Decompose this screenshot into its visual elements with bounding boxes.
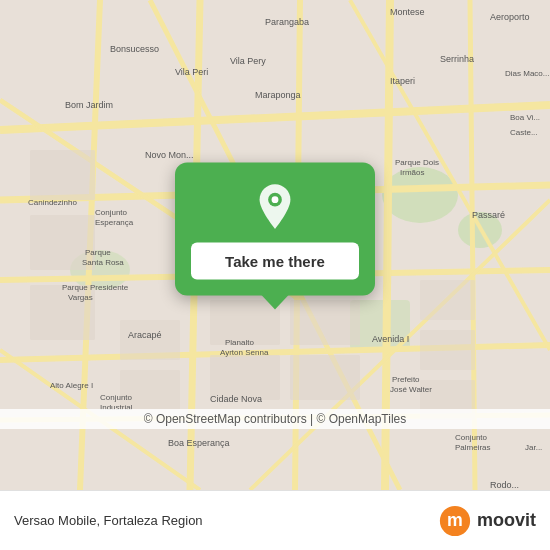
svg-text:Vargas: Vargas bbox=[68, 293, 93, 302]
svg-rect-27 bbox=[120, 320, 180, 360]
svg-text:Palmeiras: Palmeiras bbox=[455, 443, 491, 452]
svg-text:Ayrton Senna: Ayrton Senna bbox=[220, 348, 269, 357]
svg-rect-25 bbox=[290, 300, 360, 345]
svg-text:Parque Dois: Parque Dois bbox=[395, 158, 439, 167]
take-me-there-button[interactable]: Take me there bbox=[191, 243, 359, 280]
svg-text:Itaperi: Itaperi bbox=[390, 76, 415, 86]
attribution-text: © OpenStreetMap contributors | © OpenMap… bbox=[144, 412, 406, 426]
svg-rect-30 bbox=[420, 330, 475, 370]
svg-text:Rodo...: Rodo... bbox=[490, 480, 519, 490]
svg-text:Vila Peri: Vila Peri bbox=[175, 67, 208, 77]
svg-text:Cidade Nova: Cidade Nova bbox=[210, 394, 262, 404]
svg-point-73 bbox=[272, 196, 279, 203]
svg-text:Caste...: Caste... bbox=[510, 128, 538, 137]
svg-text:Planalto: Planalto bbox=[225, 338, 254, 347]
svg-text:Parangaba: Parangaba bbox=[265, 17, 309, 27]
svg-text:Alto Alegre I: Alto Alegre I bbox=[50, 381, 93, 390]
svg-rect-20 bbox=[30, 150, 95, 200]
svg-text:Conjunto: Conjunto bbox=[455, 433, 488, 442]
bottom-bar: Versao Mobile, Fortaleza Region m moovit bbox=[0, 490, 550, 550]
attribution-label: © OpenStreetMap contributors | © OpenMap… bbox=[0, 409, 550, 429]
moovit-logo: m moovit bbox=[439, 505, 536, 537]
svg-text:Bonsucesso: Bonsucesso bbox=[110, 44, 159, 54]
svg-text:Vila Pery: Vila Pery bbox=[230, 56, 266, 66]
svg-text:Dias Maco...: Dias Maco... bbox=[505, 69, 549, 78]
svg-rect-26 bbox=[290, 355, 360, 400]
svg-text:Boa Vi...: Boa Vi... bbox=[510, 113, 540, 122]
svg-text:Conjunto: Conjunto bbox=[100, 393, 133, 402]
map-container: Montese Aeroporto Parangaba Bonsucesso V… bbox=[0, 0, 550, 490]
location-pin-icon bbox=[251, 183, 299, 231]
svg-text:Novo Mon...: Novo Mon... bbox=[145, 150, 194, 160]
popup-card: Take me there bbox=[175, 163, 375, 296]
moovit-icon: m bbox=[439, 505, 471, 537]
svg-text:Irmãos: Irmãos bbox=[400, 168, 424, 177]
svg-text:Montese: Montese bbox=[390, 7, 425, 17]
svg-text:Prefeito: Prefeito bbox=[392, 375, 420, 384]
region-label: Versao Mobile, Fortaleza Region bbox=[14, 513, 203, 528]
svg-text:Aeroporto: Aeroporto bbox=[490, 12, 530, 22]
moovit-text: moovit bbox=[477, 510, 536, 531]
svg-text:Bom Jardim: Bom Jardim bbox=[65, 100, 113, 110]
svg-text:Parque Presidente: Parque Presidente bbox=[62, 283, 129, 292]
svg-text:Aracapé: Aracapé bbox=[128, 330, 162, 340]
svg-text:Avenida I: Avenida I bbox=[372, 334, 409, 344]
svg-text:Esperança: Esperança bbox=[95, 218, 134, 227]
svg-rect-29 bbox=[420, 280, 475, 320]
svg-text:Parque: Parque bbox=[85, 248, 111, 257]
svg-text:Santa Rosa: Santa Rosa bbox=[82, 258, 124, 267]
svg-text:Passaré: Passaré bbox=[472, 210, 505, 220]
svg-text:Serrinha: Serrinha bbox=[440, 54, 474, 64]
svg-text:Jar...: Jar... bbox=[525, 443, 542, 452]
svg-text:Maraponga: Maraponga bbox=[255, 90, 301, 100]
svg-text:Conjunto: Conjunto bbox=[95, 208, 128, 217]
svg-text:Boa Esperança: Boa Esperança bbox=[168, 438, 230, 448]
svg-text:José Walter: José Walter bbox=[390, 385, 432, 394]
svg-text:Canindezinho: Canindezinho bbox=[28, 198, 77, 207]
svg-text:m: m bbox=[447, 510, 463, 530]
